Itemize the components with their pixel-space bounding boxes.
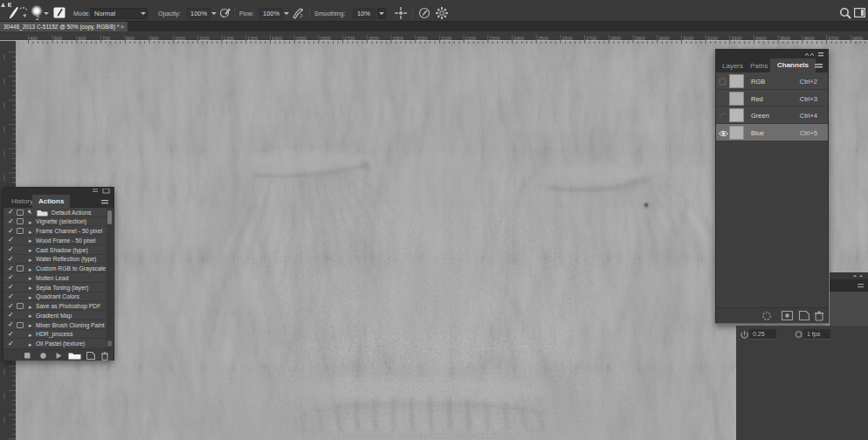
svg-text:3600: 3600: [803, 36, 814, 41]
svg-text:3300: 3300: [731, 36, 741, 41]
svg-text:2400: 2400: [513, 36, 524, 41]
svg-text:2300: 2300: [489, 36, 499, 41]
svg-text:400: 400: [30, 36, 38, 41]
svg-text:2500: 2500: [538, 36, 548, 41]
svg-text:2000: 2000: [417, 36, 427, 41]
svg-text:2100: 2100: [441, 36, 451, 41]
svg-text:1000: 1000: [175, 36, 185, 41]
svg-text:1900: 1900: [393, 36, 403, 41]
svg-text:1600: 1600: [320, 36, 330, 41]
svg-text:2: 2: [36, 15, 39, 21]
svg-text:800: 800: [127, 36, 134, 41]
svg-text:3200: 3200: [707, 36, 718, 41]
svg-text:1800: 1800: [369, 36, 379, 41]
svg-text:3500: 3500: [780, 36, 790, 41]
svg-text:3400: 3400: [755, 36, 766, 41]
svg-text:3000: 3000: [658, 36, 669, 41]
svg-text:2700: 2700: [586, 36, 596, 41]
svg-text:600: 600: [78, 36, 86, 41]
svg-text:2600: 2600: [561, 36, 572, 41]
svg-text:2200: 2200: [465, 36, 476, 41]
svg-text:1200: 1200: [224, 36, 234, 41]
svg-text:700: 700: [102, 36, 110, 41]
svg-text:1700: 1700: [344, 36, 355, 41]
svg-text:1500: 1500: [296, 36, 307, 41]
svg-text:500: 500: [54, 36, 62, 41]
svg-text:3800: 3800: [852, 36, 863, 41]
svg-text:2800: 2800: [610, 36, 621, 41]
svg-text:1100: 1100: [199, 36, 210, 41]
svg-text:1400: 1400: [272, 36, 282, 41]
svg-text:3700: 3700: [828, 36, 838, 41]
svg-text:3100: 3100: [683, 36, 693, 41]
svg-text:2900: 2900: [635, 36, 645, 41]
svg-text:900: 900: [151, 36, 159, 41]
svg-text:1300: 1300: [247, 36, 258, 41]
